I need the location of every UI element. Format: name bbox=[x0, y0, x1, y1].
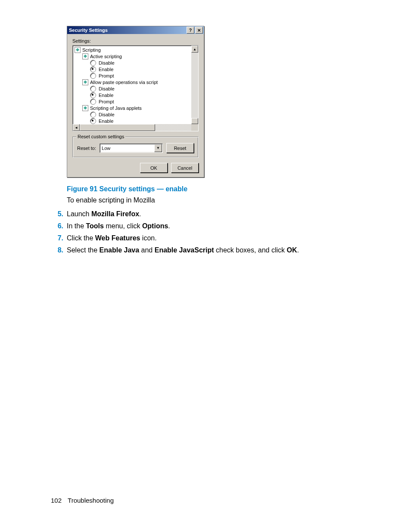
figure-caption: Figure 91 Security settings — enable bbox=[67, 185, 368, 193]
button-label: Cancel bbox=[177, 165, 192, 171]
step-number: 8. bbox=[48, 246, 63, 254]
step-text: Select the Enable Java and Enable JavaSc… bbox=[67, 246, 299, 254]
radio-label: Prompt bbox=[99, 73, 114, 78]
radio-label: Enable bbox=[99, 67, 113, 72]
tree-category-scripting: Scripting bbox=[74, 47, 191, 53]
radio-icon bbox=[90, 112, 96, 118]
step-text: Click the Web Features icon. bbox=[67, 234, 157, 242]
scroll-thumb[interactable] bbox=[80, 124, 155, 131]
page-footer: 102 Troubleshooting bbox=[51, 497, 114, 504]
button-label: Reset bbox=[174, 146, 187, 151]
step-item: 8.Select the Enable Java and Enable Java… bbox=[67, 246, 368, 254]
dialog-title: Security Settings bbox=[69, 28, 186, 33]
security-settings-dialog: Security Settings ? ✕ Settings: Scriptin… bbox=[67, 26, 204, 177]
radio-option-enable[interactable]: Enable bbox=[74, 66, 191, 72]
steps-list: 5.Launch Mozilla Firefox.6.In the Tools … bbox=[67, 210, 368, 254]
tree-category-active-scripting: Active scripting bbox=[74, 53, 191, 59]
script-icon bbox=[75, 47, 81, 53]
step-number: 5. bbox=[48, 210, 63, 218]
reset-button[interactable]: Reset bbox=[166, 143, 194, 153]
scroll-track[interactable] bbox=[191, 53, 198, 124]
radio-option-disable[interactable]: Disable bbox=[74, 59, 191, 66]
script-icon bbox=[82, 105, 88, 111]
step-number: 6. bbox=[48, 222, 63, 230]
button-label: OK bbox=[150, 165, 157, 171]
cancel-button[interactable]: Cancel bbox=[171, 163, 199, 173]
tree-label: Scripting of Java applets bbox=[90, 106, 142, 111]
radio-label: Prompt bbox=[99, 99, 114, 104]
help-button[interactable]: ? bbox=[187, 27, 194, 34]
radio-option-prompt[interactable]: Prompt bbox=[74, 98, 191, 105]
chevron-down-icon: ▼ bbox=[154, 144, 162, 152]
step-text: Launch Mozilla Firefox. bbox=[67, 210, 141, 218]
scroll-track[interactable] bbox=[155, 124, 191, 131]
ok-button[interactable]: OK bbox=[140, 163, 168, 173]
intro-text: To enable scripting in Mozilla bbox=[67, 196, 368, 204]
tree-category-allow-paste: Allow paste operations via script bbox=[74, 79, 191, 85]
page-number: 102 bbox=[51, 497, 62, 504]
close-button[interactable]: ✕ bbox=[195, 27, 203, 34]
select-value: Low bbox=[102, 146, 110, 151]
radio-icon bbox=[90, 118, 96, 124]
tree-label: Allow paste operations via script bbox=[90, 80, 158, 85]
reset-to-label: Reset to: bbox=[77, 146, 96, 151]
reset-custom-settings-group: Reset custom settings Reset to: Low ▼ Re… bbox=[72, 137, 199, 158]
radio-label: Enable bbox=[99, 118, 113, 124]
radio-label: Disable bbox=[99, 112, 115, 117]
step-item: 5.Launch Mozilla Firefox. bbox=[67, 210, 368, 218]
radio-icon bbox=[90, 92, 96, 98]
radio-option-disable[interactable]: Disable bbox=[74, 111, 191, 118]
radio-icon bbox=[90, 60, 96, 66]
scroll-thumb[interactable] bbox=[191, 118, 198, 124]
settings-label: Settings: bbox=[72, 38, 199, 44]
radio-option-prompt[interactable]: Prompt bbox=[74, 72, 191, 79]
script-icon bbox=[82, 79, 88, 85]
radio-label: Enable bbox=[99, 93, 113, 98]
step-item: 7.Click the Web Features icon. bbox=[67, 234, 368, 242]
scroll-left-button[interactable]: ◄ bbox=[73, 124, 80, 131]
groupbox-legend: Reset custom settings bbox=[76, 134, 125, 139]
radio-option-enable[interactable]: Enable bbox=[74, 92, 191, 98]
radio-option-enable[interactable]: Enable bbox=[74, 118, 191, 124]
radio-icon bbox=[90, 73, 96, 79]
radio-icon bbox=[90, 99, 96, 105]
step-number: 7. bbox=[48, 234, 63, 242]
footer-section: Troubleshooting bbox=[68, 497, 114, 504]
radio-label: Disable bbox=[99, 86, 115, 91]
vertical-scrollbar[interactable]: ▲ ▼ bbox=[191, 46, 198, 131]
scrollbar-corner bbox=[191, 124, 198, 131]
step-item: 6.In the Tools menu, click Options. bbox=[67, 222, 368, 230]
step-text: In the Tools menu, click Options. bbox=[67, 222, 170, 230]
reset-to-select[interactable]: Low ▼ bbox=[100, 143, 163, 153]
horizontal-scrollbar[interactable]: ◄ ► bbox=[73, 124, 198, 131]
radio-label: Disable bbox=[99, 60, 115, 65]
radio-icon bbox=[90, 86, 96, 92]
scroll-up-button[interactable]: ▲ bbox=[191, 46, 198, 53]
radio-icon bbox=[90, 66, 96, 72]
dialog-titlebar: Security Settings ? ✕ bbox=[67, 26, 204, 34]
tree-label: Active scripting bbox=[90, 54, 122, 59]
tree-category-java-applets: Scripting of Java applets bbox=[74, 105, 191, 111]
tree-label: Scripting bbox=[82, 47, 101, 53]
radio-option-disable[interactable]: Disable bbox=[74, 85, 191, 92]
script-icon bbox=[82, 53, 88, 59]
settings-tree: Scripting Active scripting Disable Enabl… bbox=[72, 45, 199, 131]
